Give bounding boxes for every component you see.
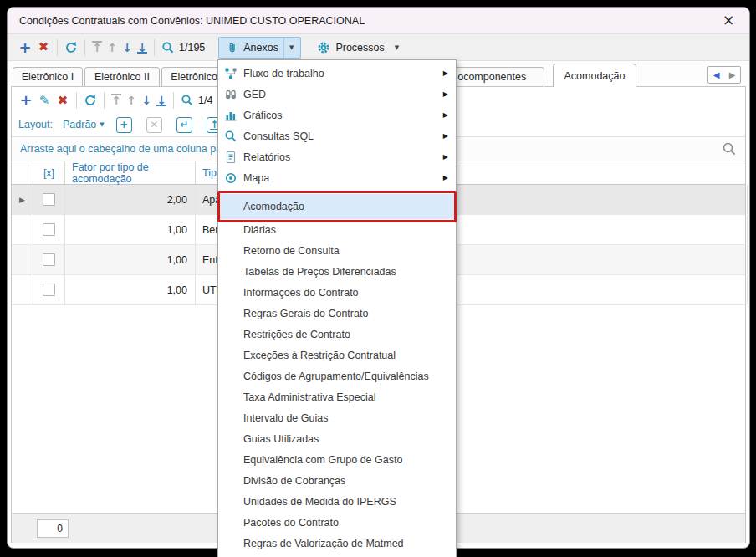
row-checkbox-cell[interactable] xyxy=(33,275,65,304)
row-checkbox-cell[interactable] xyxy=(33,245,65,274)
submenu-arrow-icon: ▶ xyxy=(443,111,448,119)
layout-add-button[interactable]: + xyxy=(116,117,132,133)
submenu-arrow-icon: ▶ xyxy=(443,153,448,161)
menu-item-acomodacao[interactable]: Acomodação xyxy=(218,194,456,219)
search-icon[interactable] xyxy=(178,91,197,110)
next-record-button[interactable]: ↓ xyxy=(120,41,135,54)
menu-item-divisao-de-cobrancas[interactable]: Divisão de Cobranças xyxy=(218,470,456,491)
select-column-header[interactable]: [x] xyxy=(33,161,65,184)
refresh-icon[interactable] xyxy=(62,38,80,57)
menu-item-guias-utilizadas[interactable]: Guias Utilizadas xyxy=(218,428,456,449)
close-icon[interactable]: × xyxy=(719,13,738,28)
checkbox[interactable] xyxy=(43,253,55,266)
fator-cell[interactable]: 2,00 xyxy=(65,185,196,214)
row-counter: 1/4 xyxy=(198,95,212,106)
chevron-down-icon[interactable]: ▼ xyxy=(284,38,299,58)
filter-search-icon[interactable] xyxy=(722,141,737,156)
menu-item-label: Pacotes do Contrato xyxy=(243,517,339,529)
first-row-button[interactable]: ↑ xyxy=(109,94,124,107)
tab-scroll-right-icon[interactable]: ▶ xyxy=(729,70,736,79)
layout-apply-button[interactable]: ↵ xyxy=(176,117,192,133)
tab-eletronico-1[interactable]: Eletrônico I xyxy=(13,67,83,86)
layout-preset-dropdown[interactable]: Padrão xyxy=(63,119,96,130)
last-row-button[interactable]: ↓ xyxy=(154,94,169,107)
fator-cell[interactable]: 1,00 xyxy=(65,275,196,304)
submenu-arrow-icon: ▶ xyxy=(443,132,448,140)
tab-eletronico-2[interactable]: Eletrônico II xyxy=(84,67,160,86)
menu-item-graficos[interactable]: Gráficos ▶ xyxy=(218,105,456,125)
paperclip-icon xyxy=(226,41,238,54)
checkbox[interactable] xyxy=(43,284,55,296)
menu-item-label: Restrições de Contrato xyxy=(243,329,350,340)
processos-button[interactable]: Processos ▼ xyxy=(309,37,406,59)
menu-item-label: Relatórios xyxy=(243,151,290,163)
current-row-icon: ▶ xyxy=(19,196,25,204)
menu-item-label: Consultas SQL xyxy=(243,130,314,142)
edit-row-icon[interactable]: ✎ xyxy=(35,91,54,110)
toolbar-separator xyxy=(76,92,77,109)
fator-cell[interactable]: 1,00 xyxy=(65,245,196,274)
next-row-button[interactable]: ↓ xyxy=(139,94,154,107)
row-checkbox-cell[interactable] xyxy=(33,185,65,214)
menu-item-codigos-agrupamento[interactable]: Códigos de Agrupamento/Equivalências xyxy=(218,365,456,386)
refresh-icon[interactable] xyxy=(81,91,100,110)
anexos-dropdown-menu: Fluxo de trabalho ▶ GED ▶ Gráficos ▶ Con… xyxy=(217,59,457,557)
window-title: Condições Contratuais com Convênios: UNI… xyxy=(19,15,365,27)
anexos-button[interactable]: Anexos ▼ xyxy=(218,37,301,59)
menu-item-relatorios[interactable]: Relatórios ▶ xyxy=(218,146,456,167)
gear-icon xyxy=(317,41,330,54)
delete-record-button[interactable]: ✖ xyxy=(34,38,53,57)
chevron-down-icon[interactable]: ▼ xyxy=(390,38,404,58)
toolbar-separator xyxy=(57,39,58,56)
menu-item-taxa-administrativa[interactable]: Taxa Administrativa Especial xyxy=(218,386,456,407)
menu-item-restricoes-de-contrato[interactable]: Restrições de Contrato xyxy=(218,324,456,345)
row-indicator-cell xyxy=(12,275,33,304)
toolbar-separator xyxy=(104,92,105,109)
search-icon[interactable] xyxy=(159,38,177,57)
tab-scroll-left-icon[interactable]: ◀ xyxy=(713,70,720,79)
delete-row-button[interactable]: ✖ xyxy=(54,91,72,110)
add-row-button[interactable]: + xyxy=(17,91,35,110)
row-checkbox-cell[interactable] xyxy=(33,215,65,244)
fator-cell[interactable]: 1,00 xyxy=(65,215,196,244)
footer-count-box: 0 xyxy=(37,519,69,538)
checkbox[interactable] xyxy=(43,193,55,206)
previous-record-button[interactable]: ↑ xyxy=(105,41,120,54)
row-indicator-cell: ▶ xyxy=(12,185,33,214)
first-record-button[interactable]: ↑ xyxy=(89,41,105,54)
menu-item-unidades-medida-ipergs[interactable]: Unidades de Medida do IPERGS xyxy=(218,491,456,512)
menu-item-mapa[interactable]: Mapa ▶ xyxy=(218,167,456,188)
menu-item-label: Gráficos xyxy=(243,110,283,121)
layout-delete-button[interactable]: ✕ xyxy=(146,117,162,133)
add-record-button[interactable]: + xyxy=(16,38,34,57)
previous-row-button[interactable]: ↑ xyxy=(124,94,139,107)
menu-item-label: GED xyxy=(243,89,266,100)
menu-item-label: Equivalência com Grupo de Gasto xyxy=(243,454,402,466)
toolbar-separator xyxy=(84,39,85,56)
submenu-arrow-icon: ▶ xyxy=(443,90,448,98)
menu-item-label: Unidades de Medida do IPERGS xyxy=(243,496,396,508)
menu-item-informacoes-do-contrato[interactable]: Informações do Contrato xyxy=(218,282,456,303)
menu-item-excecoes-restricao[interactable]: Exceções à Restrição Contratual xyxy=(218,345,456,365)
chevron-down-icon[interactable]: ▼ xyxy=(100,121,104,128)
menu-item-regras-valorizacao-matmed[interactable]: Regras de Valorização de Matmed xyxy=(218,533,456,554)
submenu-arrow-icon: ▶ xyxy=(443,69,448,77)
record-counter: 1/195 xyxy=(179,42,205,54)
title-bar: Condições Contratuais com Convênios: UNI… xyxy=(8,8,749,34)
menu-item-regras-gerais[interactable]: Regras Gerais do Contrato xyxy=(218,303,456,324)
menu-item-fluxo-de-trabalho[interactable]: Fluxo de trabalho ▶ xyxy=(218,63,456,84)
checkbox[interactable] xyxy=(43,223,55,236)
fator-column-header[interactable]: Fator por tipo de acomodação xyxy=(65,161,196,184)
menu-item-diarias[interactable]: Diárias xyxy=(218,219,456,240)
menu-item-tabelas-de-precos[interactable]: Tabelas de Preços Diferenciadas xyxy=(218,261,456,282)
menu-item-label: Guias Utilizadas xyxy=(243,433,319,445)
menu-item-intervalo-de-guias[interactable]: Intervalo de Guias xyxy=(218,407,456,428)
bar-chart-icon xyxy=(218,109,243,122)
menu-item-consultas-sql[interactable]: Consultas SQL ▶ xyxy=(218,125,456,146)
menu-item-equivalencia-grupo-gasto[interactable]: Equivalência com Grupo de Gasto xyxy=(218,449,456,470)
menu-item-pacotes-do-contrato[interactable]: Pacotes do Contrato xyxy=(218,512,456,533)
menu-item-retorno-de-consulta[interactable]: Retorno de Consulta xyxy=(218,240,456,261)
last-record-button[interactable]: ↓ xyxy=(135,41,150,54)
tab-acomodacao[interactable]: Acomodação xyxy=(553,64,636,87)
menu-item-ged[interactable]: GED ▶ xyxy=(218,84,456,105)
